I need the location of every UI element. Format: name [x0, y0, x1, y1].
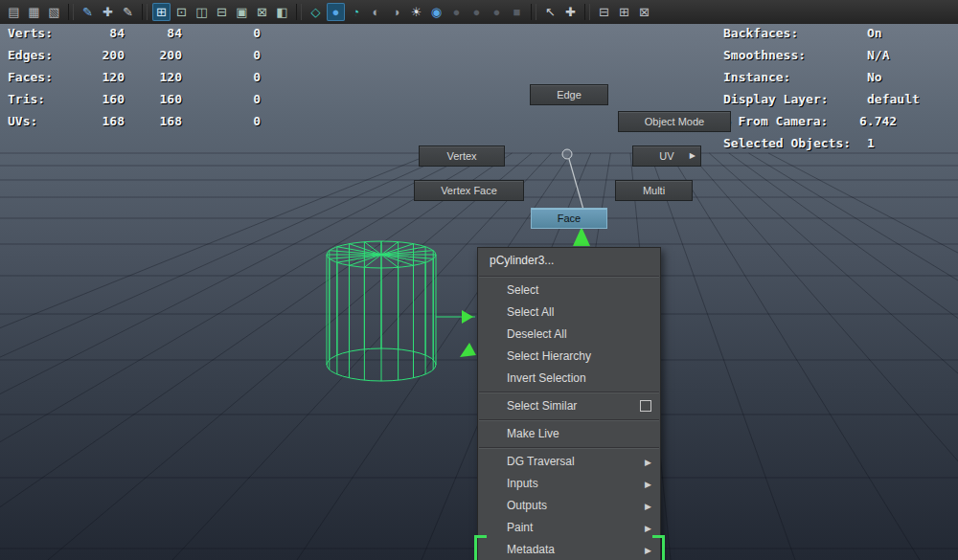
marking-menu-bracket-right — [652, 535, 665, 560]
hud-label: Backfaces: — [723, 26, 798, 40]
hud-label: Selected Objects: — [723, 136, 851, 150]
option-box-icon[interactable] — [640, 400, 651, 412]
context-menu: pCylinder3... Select Select All Deselect… — [477, 247, 661, 560]
submenu-arrow-icon: ▶ — [645, 474, 651, 496]
menu-item-dg-traversal[interactable]: DG Traversal ▶ — [478, 451, 660, 473]
menu-separator — [479, 276, 659, 278]
hud-label: Display Layer: — [723, 92, 829, 106]
film-gate-icon[interactable]: ⊠ — [253, 3, 271, 21]
resolution-gate-icon[interactable]: ◧ — [273, 3, 291, 21]
add-icon[interactable]: ✚ — [99, 3, 117, 21]
menu-item-metadata[interactable]: Metadata ▶ — [478, 539, 660, 560]
hud-value: 6.742 — [859, 114, 897, 128]
hud-value: N/A — [867, 48, 889, 62]
status-line-toolbar: ▤▦▧✎✚✎⊞⊡◫⊟▣⊠◧◇●◔◐◑☀◉●●●■↖✚⊟⊞⊠ — [0, 0, 958, 24]
context-menu-title: pCylinder3... — [478, 248, 660, 274]
submenu-arrow-icon: ▶ — [645, 496, 651, 518]
grid-display-icon[interactable]: ⊞ — [152, 3, 171, 21]
hud-instance: Instance: No — [0, 70, 958, 87]
menu-item-invert-selection[interactable]: Invert Selection — [478, 368, 660, 390]
add-select-cursor-icon[interactable]: ✚ — [561, 3, 580, 21]
edge-mode-button[interactable]: Edge — [530, 84, 608, 105]
vertex-face-mode-button[interactable]: Vertex Face — [414, 180, 524, 201]
smooth-shade-icon[interactable]: ● — [327, 3, 345, 21]
toolbar-separator — [142, 4, 148, 20]
face-mode-button[interactable]: Face — [531, 208, 607, 229]
menu-separator — [479, 447, 659, 449]
hud-value: 1 — [867, 136, 875, 150]
perspective-viewport[interactable]: Verts: 84 84 0 Edges: 200 200 0 Faces: 1… — [0, 24, 958, 560]
menu-item-label: Metadata — [507, 543, 555, 556]
toolbar-separator — [531, 4, 536, 20]
pencil-icon[interactable]: ✎ — [119, 3, 137, 21]
hud-backfaces: Backfaces: On — [0, 26, 958, 43]
panel-layout-single-icon[interactable]: ⊟ — [595, 3, 613, 21]
scene-menu-icon[interactable]: ▤ — [5, 3, 23, 21]
hud-value: On — [867, 26, 882, 40]
texture-view-icon[interactable]: ▣ — [233, 3, 251, 21]
hud-label: Instance: — [723, 70, 790, 84]
submenu-arrow-icon: ▶ — [645, 518, 651, 540]
default-lighting-icon[interactable]: ☀ — [407, 3, 425, 21]
menu-item-outputs[interactable]: Outputs ▶ — [478, 495, 660, 517]
menu-item-inputs[interactable]: Inputs ▶ — [478, 473, 660, 495]
bounding-box-icon[interactable]: ◑ — [387, 3, 405, 21]
occlusion-icon[interactable]: ● — [488, 3, 506, 21]
hud-smoothness: Smoothness: N/A — [0, 48, 958, 65]
menu-item-label: DG Traversal — [507, 455, 575, 468]
menu-item-paint[interactable]: Paint ▶ — [478, 517, 660, 539]
submenu-arrow-icon: ▶ — [690, 146, 696, 166]
toolbar-separator — [296, 4, 302, 20]
antialias-icon[interactable]: ■ — [508, 3, 526, 21]
button-label: UV — [659, 150, 673, 162]
lights-off-icon[interactable]: ● — [447, 3, 466, 21]
select-cursor-icon[interactable]: ↖ — [541, 3, 559, 21]
object-mode-button[interactable]: Object Mode — [618, 111, 731, 132]
hud-display-layer: Display Layer: default — [0, 92, 958, 109]
wireframe-shaded-icon[interactable]: ◔ — [347, 3, 365, 21]
panel-layout-four-icon[interactable]: ⊞ — [615, 3, 633, 21]
menu-item-select-hierarchy[interactable]: Select Hierarchy — [478, 346, 660, 368]
render-view-icon[interactable]: ⊟ — [213, 3, 231, 21]
menu-separator — [479, 392, 659, 393]
marking-menu-bracket-left — [474, 535, 487, 560]
submenu-arrow-icon: ▶ — [645, 540, 651, 560]
multi-mode-button[interactable]: Multi — [615, 180, 693, 201]
hud-distance-from-camera: Distance From Camera: 6.742 — [0, 114, 958, 131]
hud-value: No — [867, 70, 882, 84]
hud-label: Smoothness: — [723, 48, 806, 62]
shadows-icon[interactable]: ● — [468, 3, 486, 21]
menu-item-make-live[interactable]: Make Live — [478, 423, 660, 445]
menu-item-label: Paint — [507, 521, 533, 534]
viewport-icon[interactable]: ⊡ — [172, 3, 191, 21]
menu-item-label: Select Similar — [507, 399, 577, 413]
maya-window: ▤▦▧✎✚✎⊞⊡◫⊟▣⊠◧◇●◔◐◑☀◉●●●■↖✚⊟⊞⊠ Verts: 84 … — [0, 0, 958, 560]
menu-item-deselect-all[interactable]: Deselect All — [478, 324, 660, 346]
menu-item-select[interactable]: Select — [478, 280, 660, 302]
hud-value: default — [867, 92, 920, 106]
wire-cube-icon[interactable]: ◇ — [307, 3, 325, 21]
uv-mode-button[interactable]: UV ▶ — [632, 146, 701, 167]
vertex-mode-button[interactable]: Vertex — [419, 146, 505, 167]
menu-item-select-similar[interactable]: Select Similar — [478, 395, 660, 417]
camera-view-icon[interactable]: ◫ — [193, 3, 211, 21]
submenu-arrow-icon: ▶ — [645, 452, 651, 474]
textured-icon[interactable]: ◉ — [427, 3, 445, 21]
toolbar-separator — [584, 4, 590, 20]
flat-shade-icon[interactable]: ◐ — [367, 3, 385, 21]
menu-item-label: Outputs — [507, 499, 547, 512]
panel-layout-split-icon[interactable]: ⊠ — [635, 3, 653, 21]
menu-item-label: Inputs — [507, 477, 538, 490]
menu-item-select-all[interactable]: Select All — [478, 302, 660, 324]
history-icon[interactable]: ▧ — [45, 3, 63, 21]
toolbar-separator — [68, 4, 74, 20]
menu-separator — [479, 419, 659, 421]
pencil-blue-icon[interactable]: ✎ — [79, 3, 97, 21]
snap-grid-icon[interactable]: ▦ — [25, 3, 43, 21]
